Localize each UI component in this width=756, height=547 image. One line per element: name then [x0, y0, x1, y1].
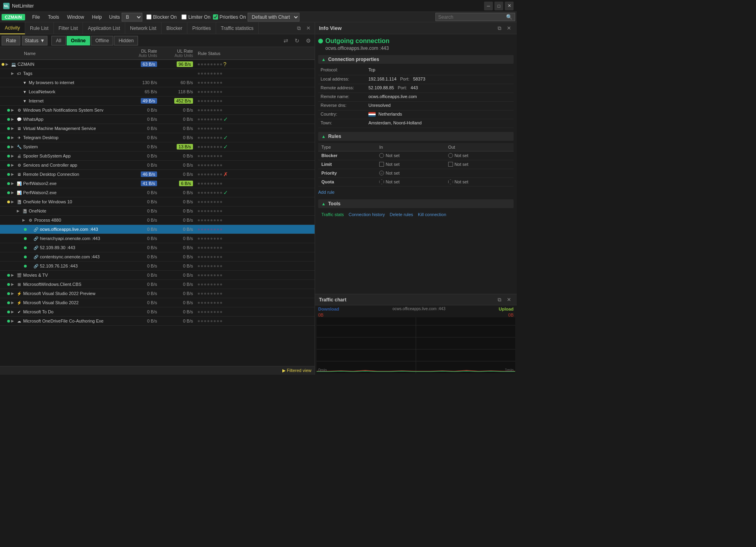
table-row[interactable]: ▶⚙Windows Push Notifications System Serv… — [0, 106, 315, 115]
table-row[interactable]: 🔗ocws.officeapps.live.com :4430 B/s0 B/s — [0, 225, 315, 234]
table-row[interactable]: ▶📊PerfWatson2.exe0 B/s0 B/s ✓ — [0, 188, 315, 197]
delete-rules-link[interactable]: Delete rules — [390, 212, 413, 217]
section-header-rules[interactable]: ▲ Rules — [318, 132, 514, 141]
table-row[interactable]: ▶✔Microsoft To Do0 B/s0 B/s — [0, 307, 315, 317]
expand-arrow[interactable]: ▶ — [22, 218, 26, 222]
table-row[interactable]: ▶⚡Microsoft Visual Studio 2022 Preview0 … — [0, 289, 315, 298]
table-row[interactable]: ▶📓OneNote for Windows 100 B/s0 B/s — [0, 197, 315, 207]
tab-traffic-stats[interactable]: Traffic statistics — [216, 22, 259, 34]
table-row[interactable]: ▶📓OneNote0 B/s0 B/s — [0, 207, 315, 216]
table-row[interactable]: 🔗52.109.89.30 :4430 B/s0 B/s — [0, 243, 315, 252]
table-row[interactable]: ▶🏷Tags — [0, 69, 315, 78]
expand-arrow[interactable]: ▶ — [11, 172, 15, 176]
table-row[interactable]: ▶⊞MicrosoftWindows.Client.CBS0 B/s0 B/s — [0, 280, 315, 289]
expand-arrow[interactable]: ▶ — [11, 291, 15, 295]
table-row[interactable]: 🔗52.109.76.126 :4430 B/s0 B/s — [0, 262, 315, 271]
col-ul[interactable]: UL Rate Auto Units — [159, 47, 195, 60]
table-row[interactable]: ▶🖥Remote Desktop Connection46 B/s0 B/s ✗ — [0, 170, 315, 179]
table-row[interactable]: ▶💬WhatsApp0 B/s0 B/s ✓ — [0, 115, 315, 124]
table-row[interactable]: ▶🎬Movies & TV0 B/s0 B/s — [0, 271, 315, 280]
expand-arrow[interactable]: ▶ — [11, 71, 15, 75]
row-ul: 118 B/s — [159, 87, 195, 96]
status-dot — [7, 301, 10, 304]
close-button[interactable]: ✕ — [505, 2, 514, 10]
tab-filter-list[interactable]: Filter List — [54, 22, 83, 34]
table-row[interactable]: 🔗hierarchyapi.onenote.com :4430 B/s0 B/s — [0, 234, 315, 243]
table-row[interactable]: ▶⚙Services and Controller app0 B/s0 B/s — [0, 161, 315, 170]
close-panel-button[interactable]: ✕ — [304, 24, 312, 32]
table-row[interactable]: ▶⚡Microsoft Visual Studio 20220 B/s0 B/s — [0, 298, 315, 307]
menu-tools[interactable]: Tools — [44, 12, 63, 22]
expand-arrow[interactable]: ▶ — [11, 191, 15, 195]
expand-arrow[interactable]: ▶ — [11, 126, 15, 130]
search-input[interactable] — [438, 14, 504, 20]
row-name: Tags — [23, 71, 32, 76]
expand-arrow[interactable]: ▶ — [11, 181, 15, 185]
info-detach-button[interactable]: ⧉ — [495, 24, 503, 32]
minimize-button[interactable]: ─ — [484, 2, 493, 10]
expand-arrow[interactable]: ▶ — [11, 163, 15, 167]
chart-select[interactable]: Default with Chart Default Minimal — [248, 13, 299, 22]
tab-activity[interactable]: Activity — [0, 22, 25, 34]
expand-arrow[interactable]: ▶ — [11, 145, 15, 149]
table-row[interactable]: ▼My browsers to internet130 B/s60 B/s — [0, 78, 315, 87]
expand-arrow[interactable]: ▶ — [11, 273, 15, 277]
section-header-tools[interactable]: ▲ Tools — [318, 199, 514, 208]
expand-arrow[interactable]: ▶ — [11, 319, 15, 323]
expand-arrow[interactable]: ▶ — [11, 200, 15, 204]
table-row[interactable]: ▶✈Telegram Desktop0 B/s0 B/s ✓ — [0, 133, 315, 142]
toggle-icon[interactable]: ⇄ — [281, 36, 291, 45]
menu-window[interactable]: Window — [63, 12, 88, 22]
units-select[interactable]: B KB MB — [122, 13, 142, 22]
expand-arrow[interactable]: ▶ — [11, 154, 15, 158]
tab-rule-list[interactable]: Rule List — [25, 22, 54, 34]
table-row[interactable]: ▼LocalNetwork65 B/s118 B/s — [0, 87, 315, 96]
expand-arrow[interactable]: ▶ — [11, 301, 15, 305]
kill-connection-link[interactable]: Kill connection — [418, 212, 446, 217]
status-select[interactable]: Status ▼ — [22, 36, 47, 45]
menu-file[interactable]: File — [28, 12, 44, 22]
bottom-bar[interactable]: ▶ Filtered view — [0, 366, 315, 375]
blocker-checkbox[interactable] — [146, 14, 152, 20]
settings-icon[interactable]: ⚙ — [303, 36, 313, 45]
table-row[interactable]: ▶🔧System0 B/s13 B/s ✓ — [0, 142, 315, 152]
table-row[interactable]: ▶⚙Process 48800 B/s0 B/s — [0, 216, 315, 225]
maximize-button[interactable]: □ — [494, 2, 503, 10]
table-row[interactable]: ▶🖨Spooler SubSystem App0 B/s0 B/s — [0, 152, 315, 161]
expand-arrow[interactable]: ▶ — [11, 136, 15, 140]
refresh-icon[interactable]: ↻ — [292, 36, 302, 45]
expand-arrow[interactable]: ▶ — [11, 108, 15, 112]
limiter-checkbox[interactable] — [181, 14, 187, 20]
tab-priorities[interactable]: Priorities — [187, 22, 216, 34]
chart-detach-button[interactable]: ⧉ — [495, 296, 503, 304]
add-rule-link[interactable]: Add rule — [318, 189, 514, 195]
expand-arrow[interactable]: ▶ — [6, 62, 10, 66]
table-row[interactable]: ▼Internet49 B/s452 B/s — [0, 96, 315, 106]
tab-network-list[interactable]: Network List — [125, 22, 161, 34]
filter-offline-button[interactable]: Offline — [91, 36, 113, 45]
table-row[interactable]: ▶☁Microsoft OneDriveFile Co-Authoring Ex… — [0, 317, 315, 326]
expand-arrow[interactable]: ▶ — [11, 282, 15, 286]
menu-help[interactable]: Help — [88, 12, 106, 22]
section-header-properties[interactable]: ▲ Connection properties — [318, 55, 514, 64]
chart-close-button[interactable]: ✕ — [505, 296, 513, 304]
table-row[interactable]: ▶🖥Virtual Machine Management Service0 B/… — [0, 124, 315, 133]
priorities-checkbox[interactable] — [213, 14, 218, 20]
rate-button[interactable]: Rate — [2, 36, 20, 45]
col-dl[interactable]: DL Rate Auto Units — [124, 47, 159, 60]
filter-hidden-button[interactable]: Hidden — [114, 36, 138, 45]
connection-history-link[interactable]: Connection history — [348, 212, 385, 217]
expand-arrow[interactable]: ▶ — [11, 117, 15, 121]
filter-all-button[interactable]: All — [51, 36, 65, 45]
expand-arrow[interactable]: ▶ — [11, 310, 15, 314]
tab-application-list[interactable]: Application List — [83, 22, 125, 34]
detach-button[interactable]: ⧉ — [295, 24, 303, 32]
tab-blocker[interactable]: Blocker — [161, 22, 187, 34]
table-row[interactable]: 🔗contentsync.onenote.com :4430 B/s0 B/s — [0, 252, 315, 262]
info-close-button[interactable]: ✕ — [505, 24, 513, 32]
filter-online-button[interactable]: Online — [67, 36, 90, 45]
traffic-stats-link[interactable]: Traffic stats — [321, 212, 344, 217]
expand-arrow[interactable]: ▶ — [17, 209, 21, 213]
table-row[interactable]: ▶💻CZMAIN63 B/s96 B/s ? — [0, 60, 315, 69]
table-row[interactable]: ▶📊PerfWatson2.exe41 B/s6 B/s — [0, 179, 315, 188]
